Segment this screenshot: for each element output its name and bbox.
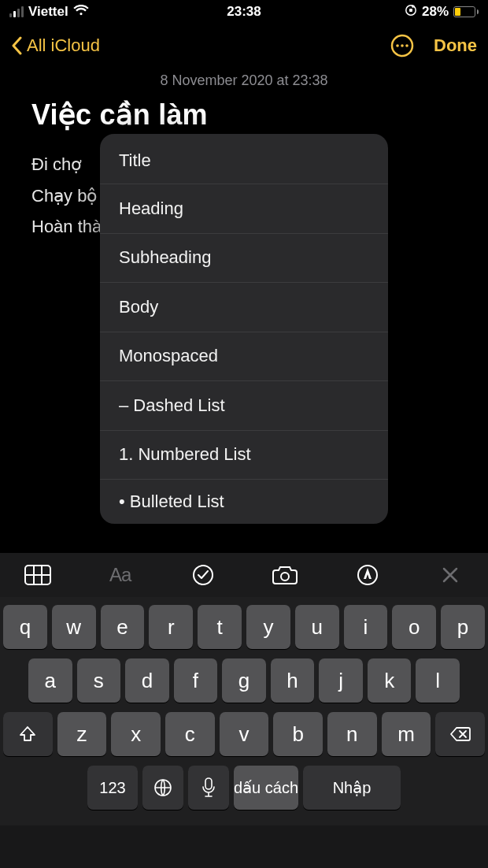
ellipsis-circle-icon bbox=[390, 33, 415, 58]
format-option-heading[interactable]: Heading bbox=[100, 184, 388, 234]
key-g[interactable]: g bbox=[222, 658, 266, 703]
carrier-label: Viettel bbox=[28, 4, 68, 20]
format-option-bulleted-list[interactable]: • Bulleted List bbox=[100, 480, 388, 524]
key-s[interactable]: s bbox=[77, 658, 121, 703]
pencil-circle-icon bbox=[356, 563, 379, 587]
backspace-key[interactable] bbox=[435, 712, 485, 756]
key-p[interactable]: p bbox=[441, 605, 485, 649]
key-l[interactable]: l bbox=[416, 658, 460, 703]
key-r[interactable]: r bbox=[149, 605, 193, 649]
note-timestamp: 8 November 2020 at 23:38 bbox=[31, 68, 457, 98]
key-j[interactable]: j bbox=[319, 658, 363, 703]
globe-key[interactable] bbox=[142, 766, 183, 810]
more-button[interactable] bbox=[390, 33, 415, 58]
key-a[interactable]: a bbox=[28, 658, 72, 703]
format-option-body[interactable]: Body bbox=[100, 283, 388, 332]
key-h[interactable]: h bbox=[271, 658, 315, 703]
shift-icon bbox=[19, 725, 36, 743]
format-option-dashed-list[interactable]: – Dashed List bbox=[100, 381, 388, 431]
key-m[interactable]: m bbox=[382, 712, 431, 756]
keyboard-row: 123 dấu cách Nhập bbox=[3, 766, 485, 810]
key-w[interactable]: w bbox=[52, 605, 96, 649]
wifi-icon bbox=[73, 4, 89, 20]
svg-point-11 bbox=[281, 573, 289, 581]
key-i[interactable]: i bbox=[344, 605, 388, 649]
check-circle-icon bbox=[191, 563, 215, 587]
status-bar: Viettel 23:38 28% ⚡︎ bbox=[0, 0, 488, 24]
format-option-numbered-list[interactable]: 1. Numbered List bbox=[100, 431, 388, 480]
format-option-title[interactable]: Title bbox=[100, 137, 388, 184]
format-option-subheading[interactable]: Subheading bbox=[100, 234, 388, 284]
key-n[interactable]: n bbox=[327, 712, 377, 756]
format-style-menu: Title Heading Subheading Body Monospaced… bbox=[100, 134, 388, 524]
battery-icon: ⚡︎ bbox=[453, 6, 479, 17]
keyboard-row: q w e r t y u i o p bbox=[3, 605, 485, 649]
key-e[interactable]: e bbox=[101, 605, 145, 649]
close-icon bbox=[442, 566, 459, 584]
key-c[interactable]: c bbox=[165, 712, 215, 756]
markup-button[interactable] bbox=[352, 563, 383, 587]
camera-button[interactable] bbox=[269, 565, 301, 585]
nav-bar: All iCloud Done bbox=[0, 24, 488, 68]
space-key[interactable]: dấu cách bbox=[234, 766, 298, 810]
checklist-button[interactable] bbox=[187, 563, 219, 587]
battery-pct-label: 28% bbox=[422, 4, 449, 20]
key-f[interactable]: f bbox=[174, 658, 218, 703]
table-button[interactable] bbox=[22, 564, 54, 586]
orientation-lock-icon bbox=[405, 4, 417, 20]
keyboard-area: Aa q w e r t y u i o p a s d bbox=[0, 553, 488, 868]
keyboard-row: a s d f g h j k l bbox=[3, 658, 485, 703]
table-icon bbox=[24, 564, 52, 586]
done-button[interactable]: Done bbox=[434, 35, 477, 56]
mic-icon bbox=[201, 777, 216, 798]
globe-icon bbox=[153, 778, 172, 797]
numbers-key[interactable]: 123 bbox=[87, 766, 138, 810]
return-key[interactable]: Nhập bbox=[303, 766, 401, 810]
svg-point-10 bbox=[194, 566, 213, 584]
key-v[interactable]: v bbox=[220, 712, 269, 756]
key-k[interactable]: k bbox=[368, 658, 412, 703]
key-x[interactable]: x bbox=[111, 712, 161, 756]
key-u[interactable]: u bbox=[295, 605, 339, 649]
svg-point-4 bbox=[401, 44, 404, 47]
key-y[interactable]: y bbox=[246, 605, 290, 649]
key-t[interactable]: t bbox=[198, 605, 242, 649]
signal-icon bbox=[9, 6, 24, 17]
svg-rect-14 bbox=[205, 778, 212, 789]
key-q[interactable]: q bbox=[3, 605, 47, 649]
svg-point-5 bbox=[405, 44, 409, 47]
key-d[interactable]: d bbox=[125, 658, 169, 703]
soft-keyboard: q w e r t y u i o p a s d f g h j k l z bbox=[0, 597, 488, 825]
shift-key[interactable] bbox=[3, 712, 53, 756]
back-button[interactable]: All iCloud bbox=[11, 35, 100, 56]
chevron-left-icon bbox=[11, 36, 24, 55]
key-b[interactable]: b bbox=[273, 712, 323, 756]
format-option-monospaced[interactable]: Monospaced bbox=[100, 332, 388, 382]
svg-rect-1 bbox=[409, 9, 412, 12]
key-o[interactable]: o bbox=[392, 605, 436, 649]
text-format-button[interactable]: Aa bbox=[105, 564, 136, 586]
close-toolbar-button[interactable] bbox=[434, 566, 466, 584]
svg-point-3 bbox=[396, 44, 399, 47]
format-toolbar: Aa bbox=[0, 553, 488, 597]
backspace-icon bbox=[449, 726, 471, 742]
back-label: All iCloud bbox=[27, 35, 100, 56]
keyboard-row: z x c v b n m bbox=[3, 712, 485, 756]
camera-icon bbox=[272, 565, 298, 585]
dictation-key[interactable] bbox=[188, 766, 229, 810]
key-z[interactable]: z bbox=[57, 712, 107, 756]
